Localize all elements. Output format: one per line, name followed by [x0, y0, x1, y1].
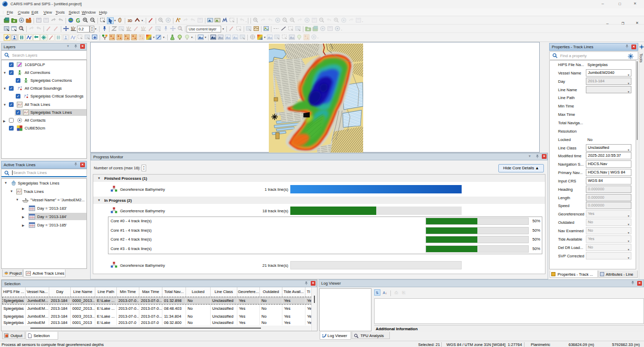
- svg-text:7: 7: [24, 94, 26, 99]
- svg-text:7: 7: [17, 86, 20, 91]
